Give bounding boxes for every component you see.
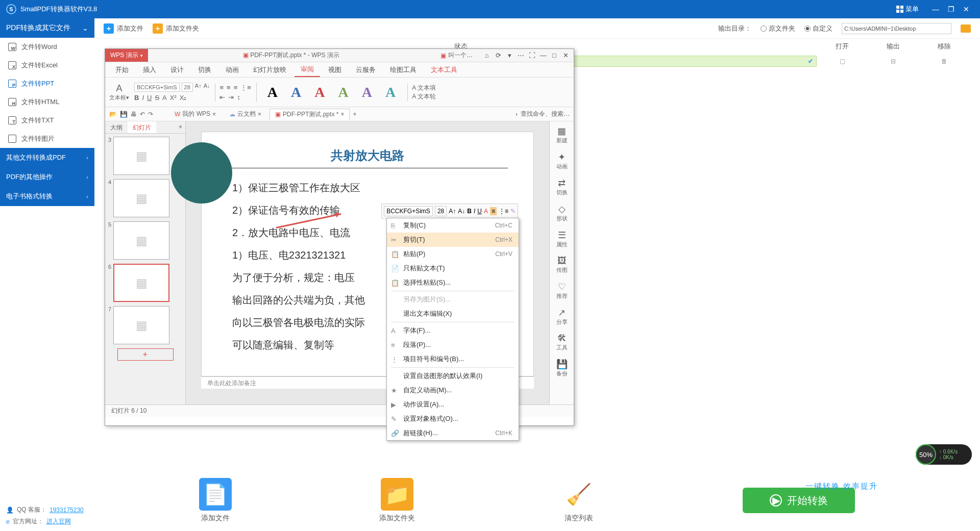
style-a2[interactable]: A <box>284 83 308 102</box>
rpanel-切换[interactable]: ⇄切换 <box>556 178 568 196</box>
wps-tab-other[interactable]: ▣叫一个… <box>434 49 479 62</box>
promo-text[interactable]: 一键转换 效率提升 <box>805 482 878 491</box>
subscript-button[interactable]: X₂ <box>180 94 187 102</box>
strike-button[interactable]: S <box>155 94 159 102</box>
style-a3[interactable]: A <box>308 83 331 102</box>
fontsize-select[interactable]: 28 <box>182 83 193 92</box>
sidebar-section-pdf-ops[interactable]: PDF的其他操作› <box>0 167 94 187</box>
outline-tab[interactable]: 大纲 <box>105 121 128 133</box>
text-outline-button[interactable]: A 文本轮 <box>412 92 436 101</box>
rpanel-分享[interactable]: ↗分享 <box>556 307 568 326</box>
rpanel-动画[interactable]: ✦动画 <box>556 151 568 170</box>
tab-mywps[interactable]: W我的 WPS× <box>169 109 221 119</box>
start-convert-button[interactable]: ▶开始转换 <box>743 488 855 513</box>
context-menu-item[interactable]: ⋮项目符号和编号(B)... <box>387 352 519 366</box>
align-center-button[interactable]: ≡ <box>227 84 231 91</box>
qq-link[interactable]: 1933175230 <box>50 507 84 514</box>
wps-more-icon[interactable]: ⋯ <box>516 52 526 59</box>
font-select[interactable]: BCCKFG+SimS <box>134 83 180 92</box>
context-menu-item[interactable]: 🔗超链接(H)...Ctrl+K <box>387 426 519 440</box>
search-input[interactable]: 查找命令、搜索… <box>521 110 570 118</box>
sidebar-item-image[interactable]: 文件转图片 <box>0 130 94 148</box>
new-tab-button[interactable]: + <box>353 111 356 118</box>
float-shrink-icon[interactable]: A↓ <box>458 208 465 215</box>
context-menu-item[interactable]: 设置自选图形的默认效果(I) <box>387 369 519 383</box>
tab-cloud[interactable]: ☁云文档× <box>224 109 266 119</box>
close-button[interactable]: ✕ <box>959 5 974 13</box>
tab-close-icon[interactable]: × <box>340 111 344 118</box>
maximize-button[interactable]: ❐ <box>943 5 959 13</box>
bottom-add-folder[interactable]: 📁添加文件夹 <box>379 478 415 523</box>
wps-menu-view[interactable]: 视图 <box>322 63 348 77</box>
undo-icon[interactable]: ↶ <box>140 111 145 118</box>
site-link[interactable]: 进入官网 <box>46 517 71 526</box>
superscript-button[interactable]: X² <box>170 94 177 102</box>
float-bold[interactable]: B <box>467 208 472 215</box>
print-icon[interactable]: 🖶 <box>131 111 137 118</box>
speed-widget[interactable]: 50% ↑ 0.6K/s↓ 0K/s <box>916 444 972 465</box>
font-grow-icon[interactable]: A↑ <box>195 83 202 92</box>
context-menu-item[interactable]: ★自定义动画(M)... <box>387 383 519 397</box>
italic-button[interactable]: I <box>142 94 144 102</box>
wps-menu-drawtools[interactable]: 绘图工具 <box>384 63 423 77</box>
wps-refresh-icon[interactable]: ⟳ <box>493 52 503 59</box>
wps-menu-texttools[interactable]: 文本工具 <box>425 63 463 77</box>
bottom-add-file[interactable]: 📄添加文件 <box>199 478 232 523</box>
wps-menu-animation[interactable]: 动画 <box>219 63 245 77</box>
output-button[interactable]: ⊟ <box>868 58 919 65</box>
style-a1[interactable]: A <box>261 83 284 102</box>
rpanel-新建[interactable]: ▦新建 <box>556 125 568 144</box>
bottom-clear[interactable]: 🧹清空列表 <box>562 478 595 523</box>
rpanel-传图[interactable]: 🖼传图 <box>556 256 568 274</box>
float-underline[interactable]: U <box>477 208 482 215</box>
float-align[interactable]: ≡ <box>490 207 497 215</box>
wps-menu-start[interactable]: 开始 <box>109 63 135 77</box>
context-menu-item[interactable]: 📋粘贴(P)Ctrl+V <box>387 247 519 261</box>
wps-home-icon[interactable]: ⌂ <box>482 52 492 59</box>
context-menu-item[interactable]: ⎘复制(C)Ctrl+C <box>387 218 519 233</box>
wps-fullscreen-icon[interactable]: ⛶ <box>527 52 537 59</box>
slides-tab[interactable]: 幻灯片 <box>128 121 156 133</box>
wps-minimize-button[interactable]: — <box>538 52 548 59</box>
fontcolor-button[interactable]: A <box>162 94 167 102</box>
wps-menu-design[interactable]: 设计 <box>164 63 190 77</box>
rpanel-属性[interactable]: ☰属性 <box>556 230 568 248</box>
context-menu-item[interactable]: 退出文本编辑(X) <box>387 307 519 321</box>
context-menu-item[interactable]: 📄只粘贴文本(T) <box>387 261 519 275</box>
wps-menu-transition[interactable]: 切换 <box>192 63 217 77</box>
indent-dec-button[interactable]: ⇤ <box>219 93 225 101</box>
indent-inc-button[interactable]: ⇥ <box>228 93 234 101</box>
rpanel-工具[interactable]: 🛠工具 <box>556 333 568 351</box>
add-slide-button[interactable]: + <box>117 348 174 361</box>
sidebar-section-pdf-to-other[interactable]: PDF转换成其它文件 ⌄ <box>0 18 94 38</box>
float-size[interactable]: 28 <box>435 206 447 216</box>
align-right-button[interactable]: ≡ <box>234 84 238 91</box>
bullets-button[interactable]: ⋮≡ <box>240 84 251 91</box>
minimize-button[interactable]: — <box>928 5 943 13</box>
context-menu-item[interactable]: ✂剪切(T)Ctrl+X <box>387 233 519 247</box>
add-file-button[interactable]: +添加文件 <box>104 23 143 34</box>
tab-current-doc[interactable]: ▣PDF-PPT测试.pptx *× <box>270 109 350 120</box>
rpanel-备份[interactable]: 💾备份 <box>556 359 568 377</box>
open-button[interactable]: ▢ <box>817 58 868 65</box>
bold-button[interactable]: B <box>134 94 139 102</box>
slide-canvas[interactable]: 共射放大电路 1）保证三极管工作在放大区 2）保证信号有效的传输 2．放大电路中… <box>186 121 549 404</box>
redo-icon[interactable]: ↷ <box>148 111 153 118</box>
wps-close-button[interactable]: ✕ <box>560 52 571 59</box>
float-bullets[interactable]: ⋮≡ <box>499 208 508 215</box>
sidebar-item-excel[interactable]: 文件转Excel <box>0 56 94 74</box>
slide-thumb-7[interactable]: 7 <box>108 306 182 344</box>
sidebar-item-ppt[interactable]: 文件转PPT <box>0 74 94 93</box>
sidebar-item-word[interactable]: 文件转Word <box>0 38 94 56</box>
sidebar-item-html[interactable]: 文件转HTML <box>0 93 94 111</box>
style-a5[interactable]: A <box>355 83 379 102</box>
context-menu-item[interactable]: ≡段落(P)... <box>387 338 519 352</box>
context-menu-item[interactable]: ✎设置对象格式(O)... <box>387 412 519 426</box>
wps-dropdown-icon[interactable]: ▾ <box>504 52 514 59</box>
sidebar-section-other-to-pdf[interactable]: 其他文件转换成PDF› <box>0 148 94 167</box>
slide-thumb-4[interactable]: 4 <box>108 179 182 217</box>
linespace-button[interactable]: ↕ <box>237 93 240 101</box>
style-a4[interactable]: A <box>332 83 355 102</box>
font-shrink-icon[interactable]: A↓ <box>204 83 210 92</box>
output-path-input[interactable] <box>842 23 951 34</box>
